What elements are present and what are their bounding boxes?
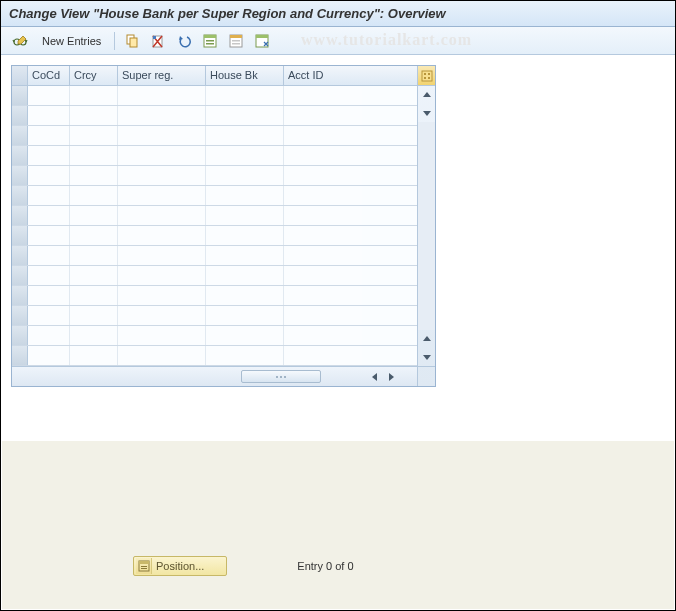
grid-cell[interactable]	[28, 306, 70, 325]
column-header-acct-id[interactable]: Acct ID	[284, 66, 362, 85]
grid-cell[interactable]	[28, 326, 70, 345]
grid-cell[interactable]	[28, 106, 70, 125]
grid-cell[interactable]	[206, 126, 284, 145]
new-entries-button[interactable]: New Entries	[35, 31, 108, 51]
grid-cell[interactable]	[118, 326, 206, 345]
row-selector[interactable]	[12, 186, 28, 205]
grid-cell[interactable]	[206, 86, 284, 105]
toggle-display-change-button[interactable]	[9, 31, 31, 51]
grid-cell[interactable]	[28, 126, 70, 145]
grid-cell[interactable]	[118, 266, 206, 285]
print-button[interactable]	[251, 31, 273, 51]
row-selector[interactable]	[12, 226, 28, 245]
grid-cell[interactable]	[118, 86, 206, 105]
grid-cell[interactable]	[28, 146, 70, 165]
grid-cell[interactable]	[284, 206, 362, 225]
vertical-scroll-track[interactable]	[418, 122, 435, 330]
deselect-all-button[interactable]	[225, 31, 247, 51]
grid-cell[interactable]	[70, 306, 118, 325]
grid-cell[interactable]	[28, 246, 70, 265]
grid-cell[interactable]	[70, 286, 118, 305]
grid-cell[interactable]	[118, 206, 206, 225]
grid-cell[interactable]	[118, 126, 206, 145]
grid-cell[interactable]	[118, 346, 206, 365]
column-header-cocd[interactable]: CoCd	[28, 66, 70, 85]
row-selector[interactable]	[12, 346, 28, 365]
grid-cell[interactable]	[70, 166, 118, 185]
grid-cell[interactable]	[70, 346, 118, 365]
grid-cell[interactable]	[206, 246, 284, 265]
scroll-down-button-bottom[interactable]	[419, 349, 434, 365]
row-selector[interactable]	[12, 326, 28, 345]
grid-cell[interactable]	[70, 186, 118, 205]
grid-cell[interactable]	[118, 286, 206, 305]
scroll-up-button-bottom[interactable]	[419, 331, 434, 347]
column-header-house-bk[interactable]: House Bk	[206, 66, 284, 85]
row-selector[interactable]	[12, 246, 28, 265]
grid-cell[interactable]	[118, 226, 206, 245]
undo-button[interactable]	[173, 31, 195, 51]
grid-cell[interactable]	[206, 186, 284, 205]
grid-cell[interactable]	[206, 206, 284, 225]
grid-cell[interactable]	[284, 266, 362, 285]
row-selector[interactable]	[12, 146, 28, 165]
grid-cell[interactable]	[118, 166, 206, 185]
grid-cell[interactable]	[284, 226, 362, 245]
grid-cell[interactable]	[206, 306, 284, 325]
grid-cell[interactable]	[28, 166, 70, 185]
grid-cell[interactable]	[70, 246, 118, 265]
grid-select-all-corner[interactable]	[12, 66, 28, 85]
grid-cell[interactable]	[284, 306, 362, 325]
grid-configure-button[interactable]	[418, 66, 435, 86]
grid-cell[interactable]	[206, 346, 284, 365]
grid-cell[interactable]	[70, 266, 118, 285]
grid-cell[interactable]	[118, 306, 206, 325]
grid-cell[interactable]	[28, 186, 70, 205]
grid-cell[interactable]	[206, 286, 284, 305]
position-button[interactable]: Position...	[133, 556, 227, 576]
grid-cell[interactable]	[118, 186, 206, 205]
copy-as-button[interactable]	[121, 31, 143, 51]
grid-cell[interactable]	[70, 86, 118, 105]
grid-cell[interactable]	[70, 146, 118, 165]
grid-cell[interactable]	[206, 326, 284, 345]
grid-cell[interactable]	[284, 246, 362, 265]
grid-cell[interactable]	[206, 226, 284, 245]
row-selector[interactable]	[12, 306, 28, 325]
grid-cell[interactable]	[284, 146, 362, 165]
delete-button[interactable]	[147, 31, 169, 51]
row-selector[interactable]	[12, 86, 28, 105]
grid-cell[interactable]	[118, 146, 206, 165]
horizontal-scroll-thumb[interactable]	[241, 370, 321, 383]
grid-cell[interactable]	[284, 346, 362, 365]
row-selector[interactable]	[12, 206, 28, 225]
grid-cell[interactable]	[70, 126, 118, 145]
grid-cell[interactable]	[28, 226, 70, 245]
scroll-left-button[interactable]	[367, 369, 383, 385]
grid-cell[interactable]	[284, 286, 362, 305]
scroll-up-button[interactable]	[419, 87, 434, 103]
grid-cell[interactable]	[70, 106, 118, 125]
select-all-button[interactable]	[199, 31, 221, 51]
scroll-down-button[interactable]	[419, 105, 434, 121]
grid-cell[interactable]	[284, 106, 362, 125]
grid-cell[interactable]	[28, 86, 70, 105]
grid-cell[interactable]	[206, 106, 284, 125]
grid-cell[interactable]	[28, 346, 70, 365]
grid-cell[interactable]	[70, 226, 118, 245]
grid-cell[interactable]	[28, 266, 70, 285]
grid-cell[interactable]	[206, 266, 284, 285]
row-selector[interactable]	[12, 166, 28, 185]
grid-cell[interactable]	[284, 326, 362, 345]
grid-cell[interactable]	[118, 106, 206, 125]
grid-cell[interactable]	[70, 326, 118, 345]
grid-cell[interactable]	[284, 86, 362, 105]
grid-cell[interactable]	[284, 166, 362, 185]
grid-cell[interactable]	[118, 246, 206, 265]
row-selector[interactable]	[12, 126, 28, 145]
row-selector[interactable]	[12, 266, 28, 285]
grid-cell[interactable]	[28, 286, 70, 305]
grid-cell[interactable]	[206, 146, 284, 165]
column-header-crcy[interactable]: Crcy	[70, 66, 118, 85]
scroll-right-button[interactable]	[383, 369, 399, 385]
